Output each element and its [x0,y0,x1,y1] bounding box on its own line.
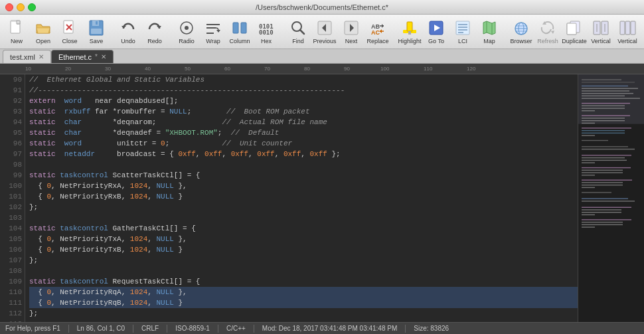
svg-marker-53 [551,31,554,34]
svg-rect-103 [582,182,623,183]
line-num: 105 [3,234,22,244]
code-line: }; [29,202,578,212]
minimize-button[interactable] [17,3,25,11]
tab-ethernet[interactable]: Ethernet.c * ✕ [51,50,114,63]
svg-rect-37 [408,31,411,35]
vertical2-button[interactable]: Vertical [615,17,640,46]
redo-button[interactable]: Redo [142,17,167,46]
minimap[interactable] [578,74,644,322]
ruler-mark: 90 [344,66,350,72]
browser-button[interactable]: Browser [509,17,534,46]
status-encoding: ISO-8859-1 [175,325,210,332]
svg-rect-97 [582,162,595,163]
line-num: 113 [3,319,22,322]
hex-button[interactable]: 0101 0010 Hex [254,17,279,46]
undo-button[interactable]: Undo [116,17,141,46]
vertical1-button[interactable]: Vertical [588,17,613,46]
maximize-button[interactable] [28,3,36,11]
duplicate-label: Duplicate [562,38,587,44]
column-button[interactable]: Column [227,17,252,46]
ruler: 10 20 30 40 50 60 70 80 90 100 110 120 [0,64,644,74]
svg-rect-94 [582,155,631,155]
tab-testxml[interactable]: test.xml ✕ [3,50,51,63]
svg-rect-95 [582,157,625,158]
line-num: 95 [3,127,22,138]
vertical1-label: Vertical [591,38,611,44]
ruler-mark: 110 [424,66,432,72]
line-num: 104 [3,223,22,234]
ruler-mark: 60 [224,66,230,72]
duplicate-button[interactable]: Duplicate [562,17,587,46]
map-label: Map [483,38,495,44]
find-button[interactable]: Find [285,17,311,46]
lci-button[interactable]: LCI [450,17,475,46]
column-icon [230,19,249,37]
close-doc-button[interactable]: Close [57,17,82,46]
replace-button[interactable]: AB AC Replace [365,17,390,46]
lci-icon [453,19,472,37]
svg-rect-20 [241,23,246,33]
code-content[interactable]: // Ethernet Global and Static Variables … [25,74,578,322]
goto-button[interactable]: Go To [424,17,449,46]
line-num: 94 [3,117,22,127]
svg-line-24 [300,30,304,34]
line-num: 91 [3,85,22,96]
line-num: 102 [3,202,22,212]
close-button[interactable] [5,3,13,11]
wrap-label: Wrap [206,38,220,44]
svg-rect-109 [582,207,631,208]
code-line [29,159,578,170]
line-num: 109 [3,276,22,287]
status-size: Size: 83826 [414,325,449,332]
tab-testxml-close[interactable]: ✕ [39,53,44,60]
open-button[interactable]: Open [31,17,56,46]
tab-testxml-label: test.xml [10,53,35,61]
line-num: 108 [3,266,22,276]
svg-rect-114 [582,222,623,222]
ruler-mark: 30 [105,66,111,72]
code-line: static taskcontrol RequestTaskCtl[] = { [29,276,578,287]
svg-rect-74 [582,88,638,89]
svg-point-14 [185,26,189,30]
svg-rect-63 [631,21,635,35]
save-button[interactable]: Save [84,17,109,46]
new-button[interactable]: New [4,17,29,46]
svg-rect-73 [582,86,628,86]
svg-rect-72 [582,82,635,82]
code-line: { 0, NetPriorityRqA, 1024, NULL }, [29,287,578,297]
highlight-button[interactable]: Highlight [397,17,422,46]
code-line: { 0, NetPriorityRxB, 1024, NULL } [29,191,578,202]
wrap-button[interactable]: Wrap [201,17,226,46]
line-num: 111 [3,297,22,308]
radio-button[interactable]: Radio [174,17,199,46]
svg-rect-90 [582,135,595,135]
svg-rect-19 [233,23,238,33]
tab-ethernet-modified: * [95,53,98,60]
line-num: 112 [3,308,22,319]
ruler-mark: 70 [264,66,270,72]
browser-icon [512,19,530,37]
code-line: { 0, NetPriorityTxA, 1024, NULL }, [29,234,578,244]
line-numbers: 90 91 92 93 94 95 96 97 98 99 100 101 10… [0,74,25,322]
line-num: 100 [3,181,22,191]
line-num: 101 [3,191,22,202]
line-num: 90 [3,74,22,85]
editor[interactable]: 90 91 92 93 94 95 96 97 98 99 100 101 10… [0,74,578,322]
code-line: static taskcontrol ScatterTaskCtl[] = { [29,170,578,181]
svg-rect-115 [582,224,623,225]
tab-ethernet-close[interactable]: ✕ [101,53,106,60]
status-sep [218,325,218,333]
map-button[interactable]: Map [477,17,502,46]
next-label: Next [345,38,358,44]
svg-rect-96 [582,160,627,161]
wrap-icon [204,19,222,37]
svg-rect-111 [582,212,621,212]
code-area[interactable]: 90 91 92 93 94 95 96 97 98 99 100 101 10… [0,74,578,322]
svg-rect-93 [582,149,635,149]
svg-rect-110 [582,209,621,210]
svg-marker-17 [216,30,220,33]
next-button[interactable]: Next [339,17,364,46]
refresh-button[interactable]: Refresh [535,17,560,46]
previous-button[interactable]: Previous [312,17,337,46]
code-line [29,266,578,276]
